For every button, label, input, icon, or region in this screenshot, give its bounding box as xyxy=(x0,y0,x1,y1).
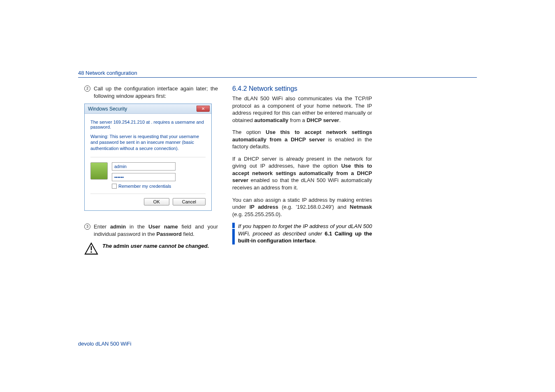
avatar-icon xyxy=(90,162,108,180)
remember-checkbox[interactable] xyxy=(112,184,117,189)
section-heading: 6.4.2 Network settings xyxy=(232,85,372,92)
circle-number-3-icon: 3 xyxy=(84,224,90,230)
content-area: 2 Call up the configuration interface ag… xyxy=(78,85,477,255)
footer-text: devolo dLAN 500 WiFi xyxy=(78,341,131,347)
dialog-buttons: OK Cancel xyxy=(90,194,206,205)
admin-warning-text: The admin user name cannot be changed. xyxy=(102,242,209,250)
step-3: 3 Enter admin in the User name field and… xyxy=(84,223,218,238)
paragraph-1: The dLAN 500 WiFi also communicates via … xyxy=(232,95,372,124)
step-2-text: Call up the configuration interface agai… xyxy=(94,85,218,99)
security-dialog: Windows Security ✕ The server 169.254.21… xyxy=(84,104,212,211)
paragraph-4: You can also assign a static IP address … xyxy=(232,196,372,218)
cancel-button[interactable]: Cancel xyxy=(173,198,206,205)
info-note-text: If you happen to forget the IP address o… xyxy=(238,223,372,244)
remember-label: Remember my credentials xyxy=(118,184,171,189)
circle-number-2-icon: 2 xyxy=(84,85,90,92)
right-column: 6.4.2 Network settings The dLAN 500 WiFi… xyxy=(232,85,372,255)
warning-triangle-icon xyxy=(84,242,98,255)
username-input[interactable]: admin xyxy=(112,162,176,171)
server-text: The server 169.254.21.210 at . requires … xyxy=(90,120,206,129)
warning-text: Warning: This server is requesting that … xyxy=(90,134,206,151)
left-column: 2 Call up the configuration interface ag… xyxy=(78,85,218,255)
password-input[interactable]: •••••• xyxy=(112,173,176,181)
ok-button[interactable]: OK xyxy=(144,198,169,205)
paragraph-3: If a DHCP server is already present in t… xyxy=(232,155,372,191)
paragraph-2: The option Use this to accept network se… xyxy=(232,129,372,150)
credential-fields: admin •••••• Remember my credentials xyxy=(112,162,206,189)
step-2: 2 Call up the configuration interface ag… xyxy=(84,85,218,99)
dialog-titlebar: Windows Security ✕ xyxy=(85,104,211,114)
dialog-body: The server 169.254.21.210 at . requires … xyxy=(85,114,211,210)
admin-warning-note: The admin user name cannot be changed. xyxy=(84,242,218,255)
info-note: If you happen to forget the IP address o… xyxy=(232,223,372,244)
dialog-title: Windows Security xyxy=(88,106,127,112)
credential-row: admin •••••• Remember my credentials xyxy=(90,162,206,189)
divider xyxy=(90,157,206,157)
step-3-text: Enter admin in the User name field and y… xyxy=(94,223,218,238)
close-icon[interactable]: ✕ xyxy=(197,106,210,112)
svg-point-2 xyxy=(90,251,92,253)
remember-row[interactable]: Remember my credentials xyxy=(112,184,206,189)
info-bar-icon xyxy=(232,223,235,244)
page-header: 48 Network configuration xyxy=(78,70,477,78)
